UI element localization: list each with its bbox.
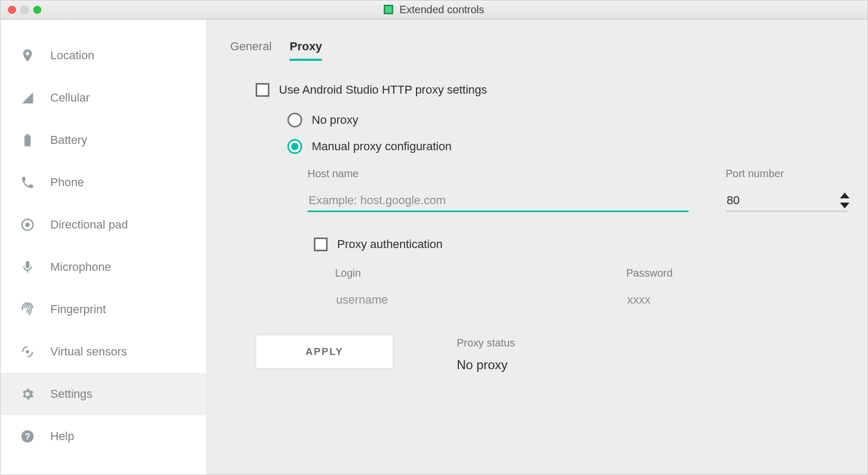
- sidebar-item-virtual-sensors[interactable]: Virtual sensors: [1, 331, 206, 373]
- port-input[interactable]: [726, 190, 847, 212]
- host-field: Host name: [308, 168, 689, 212]
- help-icon: ?: [19, 427, 37, 445]
- login-input: [335, 290, 494, 312]
- sidebar-item-label: Fingerprint: [50, 303, 106, 316]
- settings-tabs: General Proxy: [230, 40, 837, 61]
- sidebar-item-battery[interactable]: Battery: [1, 119, 206, 161]
- chevron-down-icon: [840, 203, 849, 208]
- proxy-auth-label: Proxy authentication: [337, 238, 442, 251]
- mic-icon: [19, 258, 37, 276]
- host-label: Host name: [308, 168, 689, 180]
- password-field: Password: [626, 267, 785, 312]
- no-proxy-label: No proxy: [312, 113, 358, 127]
- use-studio-proxy-label: Use Android Studio HTTP proxy settings: [279, 83, 487, 97]
- sidebar-item-fingerprint[interactable]: Fingerprint: [1, 288, 206, 331]
- phone-icon: [19, 173, 37, 191]
- sidebar-item-label: Directional pad: [50, 218, 128, 232]
- sidebar: Location Cellular Battery Phone: [1, 20, 207, 474]
- sidebar-item-location[interactable]: Location: [1, 34, 206, 77]
- window-title: Extended controls: [1, 4, 867, 16]
- proxy-auth-checkbox[interactable]: Proxy authentication: [314, 238, 837, 251]
- signal-icon: [19, 89, 37, 107]
- sidebar-item-label: Virtual sensors: [50, 345, 127, 359]
- tab-general[interactable]: General: [230, 40, 272, 61]
- pin-icon: [19, 47, 37, 65]
- window-body: Location Cellular Battery Phone: [1, 20, 867, 474]
- sidebar-item-directional-pad[interactable]: Directional pad: [1, 204, 206, 246]
- manual-proxy-label: Manual proxy configuration: [312, 140, 451, 153]
- fingerprint-icon: [19, 300, 37, 318]
- checkbox-icon: [256, 83, 269, 97]
- app-icon: [384, 5, 393, 14]
- login-field: Login: [335, 267, 494, 312]
- settings-content: General Proxy Use Android Studio HTTP pr…: [207, 20, 867, 474]
- dpad-icon: [19, 216, 37, 234]
- sidebar-item-label: Help: [50, 430, 74, 443]
- tab-proxy[interactable]: Proxy: [290, 40, 322, 61]
- radio-manual-proxy[interactable]: Manual proxy configuration: [287, 139, 837, 154]
- sidebar-item-label: Settings: [50, 387, 93, 401]
- proxy-status-value: No proxy: [457, 358, 515, 372]
- apply-button[interactable]: APPLY: [256, 335, 393, 369]
- extended-controls-window: Extended controls Location Cellular: [0, 0, 868, 475]
- port-label: Port number: [726, 168, 847, 180]
- login-label: Login: [335, 267, 494, 279]
- sidebar-item-label: Phone: [50, 176, 84, 189]
- titlebar: Extended controls: [1, 1, 867, 20]
- radio-no-proxy[interactable]: No proxy: [287, 113, 837, 127]
- svg-point-2: [26, 350, 29, 353]
- proxy-status-label: Proxy status: [457, 337, 515, 349]
- svg-text:?: ?: [25, 432, 30, 441]
- host-input[interactable]: [308, 190, 689, 212]
- sidebar-item-label: Battery: [50, 133, 87, 147]
- sidebar-item-label: Location: [50, 49, 94, 62]
- port-stepper[interactable]: [840, 193, 849, 208]
- sidebar-item-cellular[interactable]: Cellular: [1, 77, 206, 119]
- port-field: Port number: [726, 168, 847, 212]
- proxy-status: Proxy status No proxy: [457, 335, 515, 372]
- window-title-text: Extended controls: [400, 4, 484, 15]
- radio-icon: [287, 139, 302, 154]
- use-studio-proxy-checkbox[interactable]: Use Android Studio HTTP proxy settings: [256, 83, 837, 97]
- svg-point-1: [25, 223, 30, 227]
- password-label: Password: [626, 267, 785, 279]
- sidebar-item-label: Cellular: [50, 91, 90, 105]
- sidebar-item-microphone[interactable]: Microphone: [1, 246, 206, 288]
- battery-icon: [19, 131, 37, 149]
- gear-icon: [19, 385, 37, 403]
- sidebar-item-label: Microphone: [50, 260, 111, 274]
- radio-icon: [287, 113, 302, 127]
- chevron-up-icon: [840, 193, 849, 198]
- sidebar-item-help[interactable]: ? Help: [1, 415, 206, 458]
- sidebar-item-settings[interactable]: Settings: [1, 373, 206, 415]
- proxy-panel: Use Android Studio HTTP proxy settings N…: [230, 83, 837, 312]
- sensors-icon: [19, 343, 37, 361]
- sidebar-item-phone[interactable]: Phone: [1, 161, 206, 204]
- checkbox-icon: [314, 238, 328, 251]
- password-input: [626, 290, 785, 312]
